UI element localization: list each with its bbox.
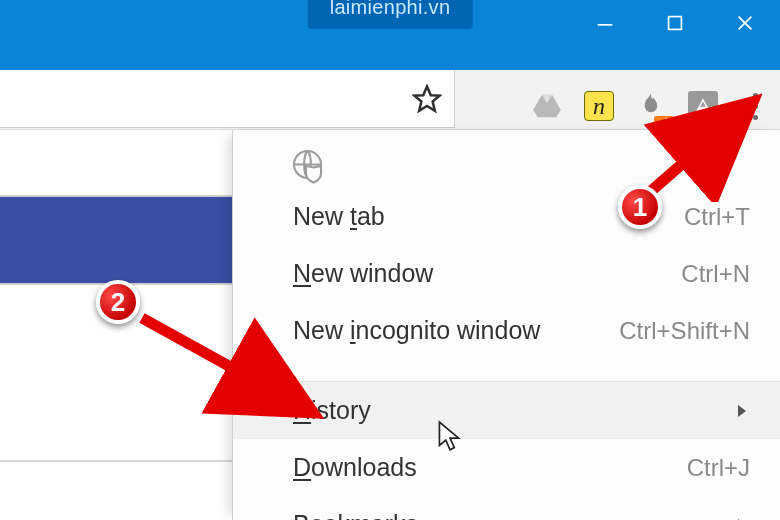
- window-close-button[interactable]: [710, 0, 780, 45]
- menu-kebab-button[interactable]: [738, 82, 772, 130]
- maximize-icon: [664, 12, 686, 34]
- bookmark-star-button[interactable]: [410, 82, 444, 116]
- menu-item-new-window[interactable]: New windowCtrl+N: [233, 245, 780, 302]
- window-titlebar: laimienphi.vn: [0, 0, 780, 45]
- n-badge-icon: n: [584, 91, 614, 121]
- submenu-chevron-icon: [734, 396, 750, 425]
- star-icon: [412, 84, 442, 114]
- kebab-icon: [753, 90, 758, 123]
- tabstrip-band: [0, 45, 780, 70]
- window-maximize-button[interactable]: [640, 0, 710, 45]
- menu-item-label: History: [293, 396, 371, 425]
- menu-item-shortcut: Ctrl+Shift+N: [619, 317, 750, 345]
- menu-item-label: New window: [293, 259, 433, 288]
- menu-item-label: Downloads: [293, 453, 417, 482]
- extension-pdf[interactable]: [686, 89, 720, 123]
- window-buttons: [570, 0, 780, 45]
- drive-icon: [532, 91, 562, 121]
- submenu-chevron-icon: [734, 510, 750, 520]
- menu-item-label: New tab: [293, 202, 385, 231]
- close-icon: [734, 12, 756, 34]
- page-divider: [0, 460, 232, 462]
- extension-icons: n off: [530, 82, 772, 130]
- menu-item-shortcut: Ctrl+J: [687, 454, 750, 482]
- off-badge: off: [654, 116, 674, 129]
- omnibox[interactable]: [0, 70, 455, 128]
- n-mark: n: [593, 93, 605, 120]
- menu-group-tabs: New tabCtrl+TNew windowCtrl+NNew incogni…: [233, 188, 780, 359]
- window-minimize-button[interactable]: [570, 0, 640, 45]
- menu-group-history: HistoryDownloadsCtrl+JBookmarks: [233, 382, 780, 520]
- globe-shield-icon: [291, 148, 327, 184]
- extension-n[interactable]: n: [582, 89, 616, 123]
- menu-item-history[interactable]: History: [233, 382, 780, 439]
- menu-item-shortcut: Ctrl+N: [681, 260, 750, 288]
- page-content-band: [0, 195, 232, 285]
- svg-marker-4: [415, 87, 440, 111]
- minimize-icon: [594, 12, 616, 34]
- browser-toolbar: n off: [0, 70, 780, 130]
- step-badge-2: 2: [96, 280, 140, 324]
- menu-item-downloads[interactable]: DownloadsCtrl+J: [233, 439, 780, 496]
- site-name-pill: laimienphi.vn: [308, 0, 473, 29]
- menu-lead-globe: [291, 148, 780, 188]
- extension-drive[interactable]: [530, 89, 564, 123]
- menu-item-incognito-window[interactable]: New incognito windowCtrl+Shift+N: [233, 302, 780, 359]
- step-2-number: 2: [111, 287, 125, 318]
- menu-item-label: New incognito window: [293, 316, 540, 345]
- svg-rect-1: [669, 16, 682, 29]
- menu-item-tab[interactable]: New tabCtrl+T: [233, 188, 780, 245]
- pdf-icon: [688, 91, 718, 121]
- menu-item-shortcut: Ctrl+T: [684, 203, 750, 231]
- menu-item-bookmarks[interactable]: Bookmarks: [233, 496, 780, 520]
- menu-item-label: Bookmarks: [293, 510, 418, 520]
- extension-hotspot[interactable]: off: [634, 89, 668, 123]
- site-name-text: laimienphi.vn: [330, 0, 451, 18]
- browser-main-menu: New tabCtrl+TNew windowCtrl+NNew incogni…: [232, 130, 780, 520]
